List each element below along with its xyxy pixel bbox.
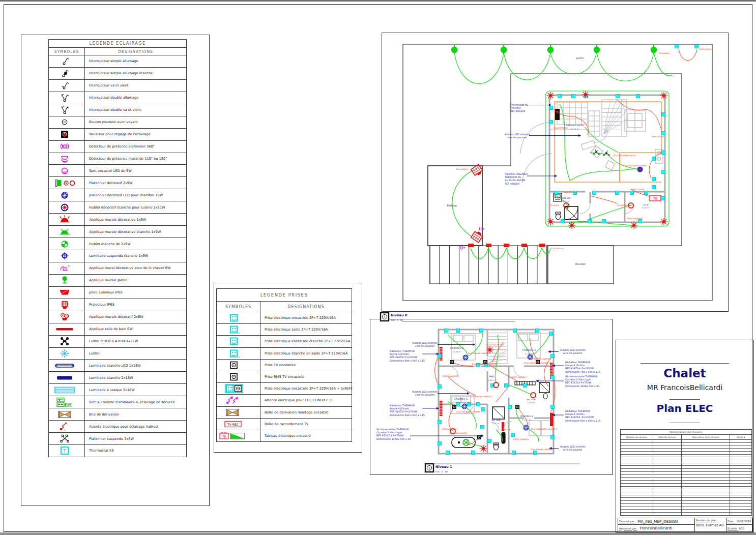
pr-symbol-pencet-icon [217,336,260,347]
title-rule-3 [670,423,700,423]
legend-row-ecl-33: TThermostat KS [49,445,186,457]
legend-label: Bouton poussoir avec voyant [85,116,186,128]
ecl-symbol-detmur-icon [49,153,85,165]
ecl-symbol-app2x6-icon [49,311,85,323]
date-label: Date : [728,520,735,523]
legend-label: Boîte de dérivation montage encastré [260,407,352,418]
legend-row-ecl-9: Détecteur de présence mural de 110° ou 1… [49,153,186,165]
legend-prises-col-designations: DESIGNATIONS [260,302,352,312]
legend-label: Luminaire suspendu étanche 1x9W [85,250,186,262]
legend-row-pr-4: sPrise électrique étanche en saille 2P+T… [217,348,352,360]
revision-row-empty [621,513,751,515]
legend-row-ecl-25: Lustre [49,348,186,360]
legend-label: Détecteur de présence plafonnier 360° [85,141,186,153]
ecl-symbol-sw1-icon [49,55,85,67]
ecl-symbol-bouton-icon [49,116,85,128]
ecl-symbol-led18-icon [49,189,85,201]
legend-prises-title: LEGENDE PRISES [217,289,352,302]
ecl-symbol-plaf2x9-icon [49,177,85,189]
legend-eclairage-col-designations: DESIGNATIONS [85,48,186,55]
legend-label: Luminaire à vasque 2x18W [85,384,186,396]
legend-label: Applique murale décorative 1x9W [85,214,186,225]
legend-row-pr-1: Prise électrique encastrée 2P+T 220V/16A [217,312,352,324]
legend-label: Plafonnier décoratif 2x9W [85,177,186,189]
legend-prises-table: LEGENDE PRISES SYMBOLESDESIGNATIONS Pris… [216,288,352,442]
legend-row-ecl-4: Interrupteur double allumage [49,92,186,104]
legend-label: Hublot étanche de 2x9W [85,238,186,250]
legend-row-ecl-7: Variateur pour réglage de l'éclairage [49,129,186,141]
svg-text:EXIT: EXIT [67,403,71,406]
pr-symbol-tvrec-icon: TV-REC [217,419,260,430]
legend-row-pr-3: Prise électrique encastrée étanche 2P+T … [217,336,352,347]
pr-symbol-ptv-icon [217,360,260,371]
legend-label: Lustre cristal à 4 bras 4x11W [85,336,186,347]
svg-text:TV-REC: TV-REC [226,423,238,426]
niveau1-container [370,319,613,475]
legend-row-ecl-12: plafonnier décoratif LED pour chambre 18… [49,189,186,201]
revision-table: Nomenclature des révisions Numéro de rév… [620,429,752,516]
niveau0-container [382,33,729,312]
legend-row-ecl-8: Détecteur de présence plafonnier 360° [49,141,186,153]
legend-label: Prise électrique saille 2P+T 220V/16A [260,324,352,335]
legend-row-pr-11: TETableau électrique encastré [217,430,352,441]
window-top-edge [0,0,756,2]
title-rule-2 [670,399,700,400]
legend-label: Tableau électrique encastré [260,430,352,441]
rev-col-description: Description de la révision [682,435,730,439]
legend-row-ecl-16: Hublot étanche de 2x9W [49,238,186,250]
rev-col-date: Date de révision [653,435,682,439]
ecl-symbol-lumled18-icon [49,360,85,371]
legend-label: Boîte de raccordement TV [260,419,352,430]
legend-row-pr-7: Prise électrique encastrée 2P+T 220V/16A… [217,383,352,395]
legend-label: Prise électrique encastrée étanche 2P+T … [260,336,352,347]
pr-symbol-prj45-icon [217,371,260,382]
legend-row-ecl-17: Luminaire suspendu étanche 1x9W [49,250,186,262]
rev-col-numero: Numéro de révision [621,435,653,439]
ecl-symbol-proj-icon [49,299,85,311]
legend-row-ecl-21: Projecteur IP65 [49,299,186,311]
ecl-symbol-sw2-icon [49,92,85,104]
legend-row-ecl-19: Applique murale Jardin [49,275,186,287]
legend-label: Bite de dérivation [85,408,186,420]
legend-row-ecl-1: Interrupteur simple allumage [49,55,186,68]
legend-label: Projecteur IP65 [85,299,186,311]
ecl-symbol-jardin-icon [49,275,85,286]
legend-row-ecl-28: Luminaire à vasque 2x18W [49,384,186,396]
legend-label: Prise électrique encastrée 2P+T 220V/16A… [260,383,353,394]
drawn-by-value: MA_ING_MEP_DESIGN [637,519,678,524]
legend-label: Interrupteur va et vient [85,80,186,92]
title-rule-1 [641,363,729,364]
scale-value: 1/50 [739,527,744,530]
ecl-symbol-lumsusp-icon [49,250,85,262]
pr-symbol-pcombo-icon [217,383,260,394]
pr-symbol-deriv-icon [217,407,260,418]
legend-row-ecl-14: Applique murale décorative 1x9W [49,214,186,226]
date-value: 18/02/2026 [736,520,751,523]
legend-label: Applique salle de bain 6W [85,323,186,335]
legend-row-ecl-30: Bite de dérivation [49,408,186,421]
svg-text:s: s [238,355,240,359]
ecl-symbol-variateur-icon [49,129,85,140]
legend-label: plafonnier décoratif LED pour chambre 18… [85,189,186,201]
legend-row-pr-5: Prise TV encastrée [217,360,352,371]
approved-by-label: Approuvé par: [619,527,637,530]
ecl-symbol-swvv-icon [49,80,85,92]
legend-label: Spot encastré LED de 9W [85,165,186,176]
drawn-by-label: Dessiné par: [619,520,635,523]
legend-label: Interrupteur double allumage [85,92,186,104]
pr-symbol-psail-icon: s [217,324,260,335]
legend-row-ecl-2: Interrupteur simple allumage étanche [49,68,186,80]
legend-row-ecl-18: Applique mural décorative pour de lit ch… [49,262,186,275]
legend-label: Plafonnier suspendu 3x9W [85,433,186,444]
ecl-symbol-deriv-icon [49,408,85,420]
ecl-symbol-plafsusp-icon [49,433,85,444]
ecl-symbol-bloc-icon: EXIT [49,396,85,408]
ecl-symbol-vasque-icon [49,384,85,396]
legend-row-pr-2: sPrise électrique saille 2P+T 220V/16A [217,324,352,336]
legend-row-ecl-29: EXITBloc autonôme d'ambiance & éclairage… [49,396,186,408]
legend-row-ecl-22: Applique murale décoratif 2x6W [49,311,186,323]
pr-symbol-petsail-icon: s [217,348,260,359]
legend-label: Hublot décoratif étanche pour cuisine 2x… [85,201,186,213]
ecl-symbol-sw2vv-icon [49,104,85,116]
legend-row-ecl-26: Luminaire étanche LED 1x18W [49,360,186,372]
